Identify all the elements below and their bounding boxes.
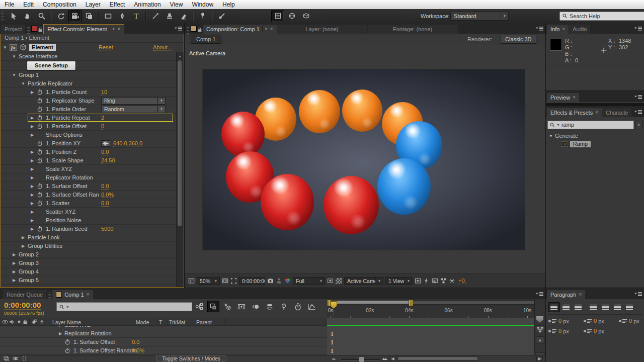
brainstorm-button[interactable] (278, 301, 290, 312)
tree-arrow-icon[interactable]: ▶ (30, 201, 35, 206)
stopwatch-icon[interactable] (64, 339, 70, 345)
timeline-property-row[interactable]: ▶Replicator Rotation (0, 329, 327, 338)
scroll-right-icon[interactable]: ▶ (536, 356, 543, 361)
snapshot-icon[interactable] (267, 278, 274, 284)
effect-controls-scrollbar[interactable]: ▲ ▼ (176, 52, 184, 287)
about-link[interactable]: About... (153, 44, 172, 51)
close-icon[interactable]: × (562, 27, 565, 32)
region-of-interest-icon[interactable] (230, 278, 237, 284)
safe-margins-icon[interactable] (222, 278, 228, 284)
comp-button-icon[interactable] (536, 325, 544, 332)
lock-icon[interactable] (22, 319, 28, 325)
magnification-select[interactable]: 50%▼ (197, 277, 220, 285)
tab-character[interactable]: Characte (602, 108, 631, 117)
comp-mini-flowchart-button[interactable] (193, 301, 205, 312)
tree-arrow-icon[interactable]: ▶ (12, 261, 17, 265)
horizontal-scrollbar-thumb[interactable] (397, 356, 478, 360)
tab-timeline-comp[interactable]: Comp 1 × (52, 290, 93, 299)
stopwatch-icon[interactable] (37, 183, 43, 189)
graph-editor-button[interactable] (306, 301, 318, 312)
indent-first-line-value[interactable]: 0 (594, 318, 597, 324)
grid-overlay-icon[interactable] (188, 278, 195, 284)
panel-menu-icon[interactable] (633, 94, 642, 100)
menu-help[interactable]: Help (218, 0, 239, 9)
stopwatch-icon[interactable] (37, 140, 43, 146)
column-divider[interactable] (157, 318, 157, 326)
effects-search-input[interactable]: ▼ ramp (547, 121, 634, 129)
effects-item-row[interactable]: 32 Ramp (546, 140, 644, 148)
tab-audio[interactable]: Audio (569, 25, 590, 34)
justify-last-right-button[interactable] (611, 302, 623, 312)
space-after-value[interactable]: 0 (594, 328, 597, 334)
menu-edit[interactable]: Edit (19, 0, 38, 9)
scroll-left-icon[interactable]: ◀ (389, 356, 396, 361)
property-value[interactable]: 0.0 (101, 183, 109, 190)
panel-menu-icon[interactable] (633, 26, 642, 32)
live-update-button[interactable] (207, 301, 219, 312)
tree-arrow-icon[interactable]: ▶ (30, 218, 35, 223)
tree-arrow-icon[interactable]: ▶ (59, 331, 62, 336)
justify-last-left-button[interactable] (587, 302, 599, 312)
timeline-property-row[interactable]: ▶Scale XYZ (0, 326, 327, 329)
property-value[interactable]: 10 (101, 89, 107, 96)
timeline-zoom-slider[interactable] (340, 358, 380, 360)
panel-grip[interactable] (27, 27, 30, 34)
collapse-arrow-icon[interactable]: ▼ (549, 134, 553, 138)
resolution-select[interactable]: Full▼ (293, 277, 325, 285)
chevron-down-icon[interactable]: ▼ (262, 26, 268, 32)
property-value[interactable]: 0.0% (101, 192, 114, 198)
column-divider[interactable] (167, 318, 168, 326)
timeline-track-area[interactable] (327, 318, 534, 355)
justify-all-button[interactable] (623, 302, 635, 312)
panel-menu-icon[interactable] (535, 291, 544, 297)
show-snapshot-icon[interactable] (276, 278, 282, 284)
property-value[interactable]: 640.0,360.0 (113, 140, 142, 147)
scrollbar-thumb[interactable] (178, 60, 182, 226)
tab-info[interactable]: Info× (547, 25, 569, 34)
tab-effects-presets[interactable]: Effects & Presets× (547, 108, 602, 117)
tab-preview[interactable]: Preview× (547, 93, 579, 102)
close-icon[interactable]: × (270, 27, 273, 32)
timeline-property-row[interactable]: 1. Surface Offset Random0.0% (0, 346, 327, 355)
tab-project[interactable]: Project (1, 25, 25, 34)
exposure-value[interactable]: +0. (458, 278, 466, 284)
indent-left-value[interactable]: 0 (558, 318, 561, 324)
effect-name[interactable]: Element (29, 44, 56, 51)
lock-icon[interactable] (197, 27, 203, 33)
unified-camera-tool[interactable] (68, 10, 82, 22)
view-axis-mode[interactable] (299, 10, 312, 22)
work-area-bar[interactable] (327, 300, 412, 305)
pan-behind-tool[interactable] (83, 10, 96, 22)
pick-whip-icon[interactable] (101, 140, 110, 147)
type-tool[interactable]: T (130, 10, 143, 22)
menu-effect[interactable]: Effect (105, 0, 129, 9)
renderer-button[interactable]: Classic 3D (501, 35, 536, 44)
tree-arrow-icon[interactable]: ▶ (30, 193, 35, 197)
stopwatch-icon[interactable] (37, 89, 43, 95)
property-dropdown[interactable]: Random▼ (101, 106, 166, 113)
target-region-icon[interactable] (327, 278, 334, 284)
tree-arrow-icon[interactable]: ▶ (30, 90, 35, 95)
clear-search-button[interactable]: × (635, 121, 642, 129)
composition-viewer[interactable]: Active Camera (185, 45, 545, 274)
panel-color-swatch[interactable] (191, 26, 197, 32)
scroll-up-icon[interactable]: ▲ (536, 336, 544, 343)
column-divider[interactable] (194, 318, 194, 326)
tree-arrow-icon[interactable]: ▶ (30, 167, 35, 171)
indent-right-field[interactable]: 0px (618, 318, 639, 324)
menu-layer[interactable]: Layer (81, 0, 105, 9)
layer-stack-button[interactable] (264, 301, 276, 312)
tree-arrow-icon[interactable]: ▶ (30, 175, 35, 180)
brush-tool[interactable] (149, 10, 162, 22)
space-before-value[interactable]: 0 (558, 328, 561, 334)
tree-arrow-icon[interactable]: ▼ (12, 54, 17, 59)
roto-brush-tool[interactable] (215, 10, 228, 22)
motion-blur-button[interactable] (250, 301, 262, 312)
rotation-tool[interactable] (54, 10, 67, 22)
collapse-arrow-icon[interactable]: ▼ (3, 45, 7, 50)
tab-render-queue[interactable]: Render Queue (3, 290, 46, 299)
effects-category-row[interactable]: ▼ Generate (546, 132, 644, 140)
fx-badge-icon[interactable]: fx (10, 44, 17, 51)
panel-divider[interactable] (545, 23, 546, 362)
column-parent[interactable]: Parent (196, 319, 212, 325)
